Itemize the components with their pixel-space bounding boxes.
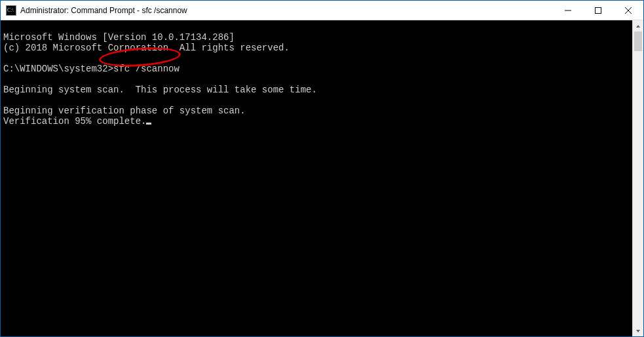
prompt-command: sfc /scannow: [113, 64, 180, 74]
console-output[interactable]: Microsoft Windows [Version 10.0.17134.28…: [1, 20, 632, 336]
prompt-path: C:\WINDOWS\system32>: [3, 64, 113, 74]
cmd-icon: C:\: [6, 5, 16, 16]
scroll-up-button[interactable]: [633, 20, 643, 31]
svg-text:C:\: C:\: [7, 7, 14, 13]
svg-marker-7: [636, 25, 640, 28]
command-prompt-window: C:\ Administrator: Command Prompt - sfc …: [0, 0, 644, 337]
window-title: Administrator: Command Prompt - sfc /sca…: [20, 6, 187, 15]
svg-marker-8: [636, 330, 640, 332]
titlebar[interactable]: C:\ Administrator: Command Prompt - sfc …: [1, 1, 643, 20]
scroll-track[interactable]: [633, 31, 643, 325]
console-line: Microsoft Windows [Version 10.0.17134.28…: [3, 32, 235, 43]
console-line: Beginning verification phase of system s…: [3, 106, 246, 116]
vertical-scrollbar[interactable]: [632, 20, 643, 336]
svg-rect-4: [596, 7, 601, 13]
console-line: (c) 2018 Microsoft Corporation. All righ…: [3, 43, 290, 53]
minimize-button[interactable]: [553, 1, 583, 20]
maximize-button[interactable]: [583, 1, 613, 20]
text-cursor: [146, 123, 151, 125]
console-line: Beginning system scan. This process will…: [3, 85, 317, 95]
close-button[interactable]: [613, 1, 643, 20]
scroll-down-button[interactable]: [633, 325, 643, 336]
console-line: Verification 95% complete.: [3, 116, 151, 127]
client-area: Microsoft Windows [Version 10.0.17134.28…: [1, 20, 643, 336]
scroll-thumb[interactable]: [634, 31, 642, 51]
prompt-line: C:\WINDOWS\system32>sfc /scannow: [3, 64, 180, 74]
